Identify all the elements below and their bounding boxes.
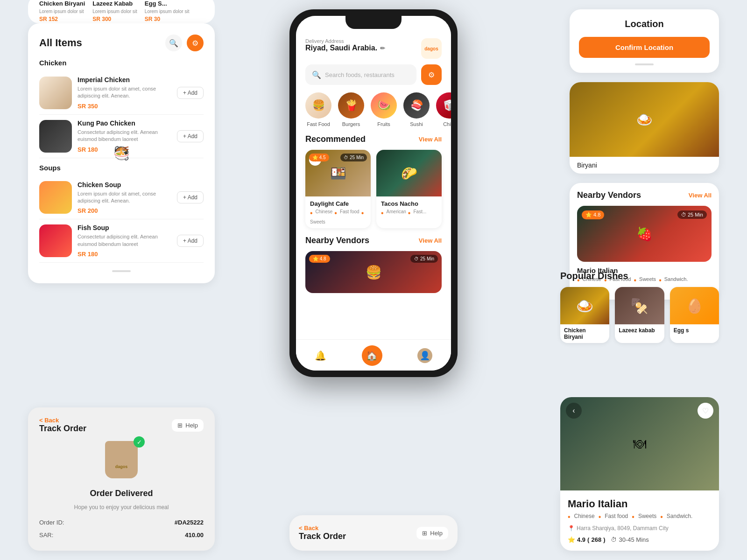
phone-header: Delivery Address Riyad, Saudi Arabia. ✏ … bbox=[296, 35, 451, 64]
daylight-cafe-info: Daylight Cafe •Chinese •Fast food •Sweet… bbox=[305, 196, 371, 228]
nearby-vendors-title: Nearby Vendors bbox=[577, 190, 641, 200]
bc-help-button[interactable]: ⊞ Help bbox=[416, 527, 448, 539]
bag-image: dagos bbox=[105, 441, 138, 478]
partial-name: Chicken Biryani bbox=[39, 0, 85, 7]
category-fastfood[interactable]: 🍔 Fast Food bbox=[305, 92, 331, 127]
partial-item-kabab: Lazeez Kabab Lorem ipsum dolor sit SR 30… bbox=[92, 0, 137, 16]
nearby-vendor-image[interactable]: 🍔 ⭐ 4.8 ⏱ 25 Min bbox=[305, 251, 442, 293]
mario-detail-card: 🍽 ‹ ♡ Mario Italian •Chinese •Fast food … bbox=[560, 397, 719, 551]
partial-price: SR 300 bbox=[92, 16, 111, 22]
tacos-info: Tacos Nacho •American •Fast... bbox=[376, 196, 442, 221]
biryani-card: 🍛 Biryani bbox=[570, 82, 719, 174]
chinese-label: Chi... bbox=[443, 121, 451, 127]
recommended-view-all[interactable]: View All bbox=[419, 136, 442, 143]
top-partial-screen: Chicken Biryani Lorem ipsum dolor sit SR… bbox=[28, 0, 215, 23]
tag-chinese: Chinese bbox=[316, 209, 333, 217]
tag-sweets: Sweets bbox=[310, 219, 325, 224]
categories-row: 🍔 Fast Food 🍟 Burgers 🍉 Fruits 🍣 Sushi bbox=[296, 92, 451, 134]
search-placeholder: Search foods, restaurants bbox=[325, 71, 395, 78]
all-items-panel: All Items 🔍 ⚙ Chicken 🍽 Imperial Chicken… bbox=[28, 23, 215, 283]
recommended-header: Recommended View All bbox=[296, 134, 451, 150]
bottom-track-order-card: < Back Track Order ⊞ Help bbox=[289, 515, 458, 551]
sar-value: 410.00 bbox=[185, 532, 204, 539]
popular-dish-biryani[interactable]: 🍛 Chicken Biryani bbox=[560, 287, 609, 343]
popular-dish-kabab[interactable]: 🍢 Lazeez kabab bbox=[615, 287, 664, 343]
right-panel: Location Confirm Location 🍛 Biryani Near… bbox=[570, 9, 719, 309]
nearby-view-all[interactable]: View All bbox=[419, 237, 442, 244]
vendor-time-badge: ⏱ 25 Min bbox=[677, 210, 707, 219]
biryani-dish-image: 🍛 bbox=[560, 287, 609, 324]
nearby-vendors-view-all[interactable]: View All bbox=[689, 192, 712, 199]
recommended-list: 🍱 ♥ ⭐ 4.5 ⏱ 25 Min Daylight Cafe •Chines… bbox=[296, 150, 451, 236]
mario-restaurant-name: Mario Italian bbox=[568, 498, 712, 510]
food-icon: 🍜 bbox=[39, 224, 72, 257]
mario-detail-image: 🍽 ‹ ♡ bbox=[560, 397, 719, 490]
delivered-checkmark-icon: ✓ bbox=[134, 436, 145, 448]
partial-price: SR 152 bbox=[39, 16, 58, 22]
order-id-row: Order ID: #DA25222 bbox=[39, 516, 204, 529]
fruits-category-image: 🍉 bbox=[371, 92, 397, 119]
help-button[interactable]: ⊞ Help bbox=[172, 419, 204, 432]
recommended-item-daylight[interactable]: 🍱 ♥ ⭐ 4.5 ⏱ 25 Min Daylight Cafe •Chines… bbox=[305, 150, 371, 228]
nearby-time-badge: ⏱ 25 Min bbox=[410, 255, 438, 263]
help-icon: ⊞ bbox=[177, 422, 183, 429]
delivery-label: Delivery Address bbox=[305, 38, 385, 44]
time-badge: ⏱ 25 Min bbox=[340, 154, 367, 161]
delivery-bag: dagos ✓ bbox=[103, 441, 140, 483]
bag-logo: dagos bbox=[115, 464, 128, 469]
mario-tag-sandwich: Sandwich. bbox=[667, 513, 692, 521]
tag-fastfood: Fast food bbox=[340, 209, 359, 217]
back-button[interactable]: < Back bbox=[39, 417, 86, 424]
phone-outer: Delivery Address Riyad, Saudi Arabia. ✏ … bbox=[289, 9, 458, 377]
burgers-category-image: 🍟 bbox=[338, 92, 364, 119]
category-chinese[interactable]: 🥡 Chi... bbox=[436, 92, 451, 127]
biryani-dish-name: Chicken Biryani bbox=[560, 324, 609, 343]
nav-profile[interactable]: 👤 bbox=[417, 348, 432, 363]
category-burgers[interactable]: 🍟 Burgers bbox=[338, 92, 364, 127]
popular-dishes-title: Popular Dishes bbox=[560, 271, 719, 281]
popular-dish-egg[interactable]: 🥚 Egg s bbox=[670, 287, 719, 343]
popular-dishes-list: 🍛 Chicken Biryani 🍢 Lazeez kabab 🥚 Egg s bbox=[560, 287, 719, 343]
app-logo: dagos bbox=[421, 38, 442, 59]
favorite-button[interactable]: ♡ bbox=[698, 403, 713, 419]
edit-address-icon[interactable]: ✏ bbox=[380, 45, 385, 52]
sushi-category-image: 🍣 bbox=[403, 92, 430, 119]
mario-tag-chinese: Chinese bbox=[574, 513, 595, 521]
bc-help-icon: ⊞ bbox=[422, 530, 427, 537]
category-fruits[interactable]: 🍉 Fruits bbox=[371, 92, 397, 127]
order-info: Order ID: #DA25222 SAR: 410.00 bbox=[39, 516, 204, 541]
category-sushi[interactable]: 🍣 Sushi bbox=[403, 92, 430, 127]
bc-back-button[interactable]: < Back bbox=[299, 525, 346, 532]
mario-tag-fastfood: Fast food bbox=[605, 513, 628, 521]
center-phone: Delivery Address Riyad, Saudi Arabia. ✏ … bbox=[289, 9, 458, 377]
nav-notifications[interactable]: 🔔 bbox=[315, 350, 326, 361]
mario-vendor-image[interactable]: 🍓 ⭐ 4.8 ⏱ 25 Min bbox=[577, 206, 712, 262]
nearby-title: Nearby Vendors bbox=[305, 236, 369, 245]
nav-home[interactable]: 🏠 bbox=[362, 345, 382, 366]
biryani-image: 🍛 bbox=[570, 82, 719, 157]
track-order-title: Track Order bbox=[39, 424, 86, 434]
bottom-track-header: < Back Track Order ⊞ Help bbox=[299, 525, 448, 541]
partial-desc: Lorem ipsum dolor sit bbox=[145, 9, 190, 14]
food-item-fish-soup: 🍜 Fish Soup Consectetur adipiscing elit.… bbox=[39, 219, 204, 263]
search-icon: 🔍 bbox=[312, 70, 321, 79]
order-id-value: #DA25222 bbox=[175, 519, 204, 526]
burgers-label: Burgers bbox=[342, 121, 360, 127]
rating-badge: ⭐ 4.5 bbox=[309, 154, 329, 161]
filter-button[interactable]: ⚙ bbox=[421, 64, 442, 85]
recommended-item-tacos[interactable]: 🌮 Tacos Nacho •American •Fast... bbox=[376, 150, 442, 228]
recommended-title: Recommended bbox=[305, 134, 366, 144]
mario-stats: ⭐ 4.9 (268) ⏱ 30-45 Mins bbox=[568, 536, 712, 543]
phone-content: Delivery Address Riyad, Saudi Arabia. ✏ … bbox=[296, 16, 451, 371]
tacos-image: 🌮 bbox=[376, 150, 442, 196]
back-nav-button[interactable]: ‹ bbox=[566, 403, 582, 419]
confirm-location-button[interactable]: Confirm Location bbox=[579, 37, 710, 58]
kabab-dish-name: Lazeez kabab bbox=[615, 324, 664, 336]
mario-tags: •Chinese •Fast food •Sweets •Sandwich. bbox=[568, 513, 712, 521]
partial-desc: Lorem ipsum dolor sit bbox=[92, 9, 137, 14]
track-order-body: dagos ✓ Order Delivered Hope you to enjo… bbox=[39, 441, 204, 541]
modal-handle bbox=[635, 63, 654, 65]
search-input-area[interactable]: 🔍 Search foods, restaurants bbox=[305, 64, 416, 85]
search-bar: 🔍 Search foods, restaurants ⚙ bbox=[305, 64, 442, 85]
back-and-title: < Back Track Order bbox=[39, 417, 86, 434]
